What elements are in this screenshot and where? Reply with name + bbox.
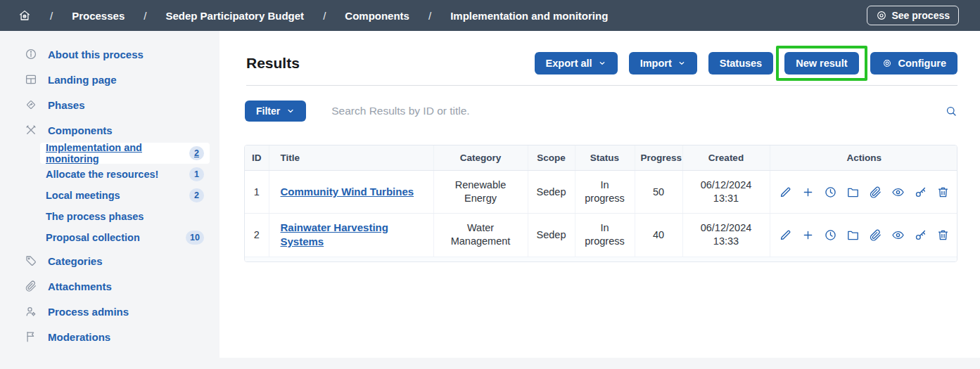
see-process-label: See process xyxy=(892,10,950,21)
sidebar-item-label: Phases xyxy=(48,99,85,111)
search-icon[interactable] xyxy=(945,105,957,117)
history-icon[interactable] xyxy=(824,228,837,242)
filter-label: Filter xyxy=(256,105,280,117)
history-icon[interactable] xyxy=(824,186,837,199)
sidebar-item-phases[interactable]: Phases xyxy=(0,92,219,117)
export-all-label: Export all xyxy=(546,58,592,69)
sidebar-subitem-the-process-phases[interactable]: The process phases xyxy=(40,206,210,227)
highlight-box: New result xyxy=(776,46,867,81)
search-input[interactable] xyxy=(331,105,945,117)
sidebar-item-components[interactable]: Components xyxy=(0,117,219,143)
cell-id: 1 xyxy=(245,171,269,214)
result-title-link[interactable]: Community Wind Turbines xyxy=(281,185,414,199)
tag-icon xyxy=(25,254,37,267)
preview-icon[interactable] xyxy=(891,228,905,242)
sidebar-item-label: Landing page xyxy=(48,74,117,86)
table-row: 1 Community Wind Turbines Renewable Ener… xyxy=(245,171,957,214)
cell-category: Water Management xyxy=(433,214,528,257)
sidebar-item-label: Components xyxy=(48,124,113,136)
see-process-button[interactable]: See process xyxy=(867,6,960,25)
import-label: Import xyxy=(640,58,672,69)
edit-icon[interactable] xyxy=(779,228,792,242)
edit-icon[interactable] xyxy=(779,186,792,199)
sidebar-subitem-label: The process phases xyxy=(46,211,144,222)
statuses-button[interactable]: Statuses xyxy=(708,52,773,75)
folder-icon[interactable] xyxy=(846,186,860,199)
sidebar-subitem-label: Implementation and monitoring xyxy=(46,142,189,164)
cell-status: In progress xyxy=(583,179,627,205)
cell-scope: Sedep xyxy=(528,171,575,214)
delete-icon[interactable] xyxy=(936,228,950,242)
paperclip-icon xyxy=(25,280,37,292)
chevron-down-icon xyxy=(598,59,606,67)
sidebar-item-landing-page[interactable]: Landing page xyxy=(0,67,219,92)
breadcrumb-separator: / xyxy=(50,10,53,22)
add-icon[interactable] xyxy=(801,228,815,242)
sidebar-item-label: About this process xyxy=(48,48,144,60)
delete-icon[interactable] xyxy=(936,186,950,199)
breadcrumb-separator: / xyxy=(323,10,326,22)
permissions-icon[interactable] xyxy=(914,186,927,199)
count-badge: 10 xyxy=(186,231,204,245)
statuses-label: Statuses xyxy=(720,58,762,69)
header-divider xyxy=(246,85,957,86)
sidebar-subitem-label: Proposal collection xyxy=(46,232,140,243)
breadcrumb-process-name[interactable]: Sedep Participatory Budget xyxy=(165,10,304,22)
sidebar-item-label: Attachments xyxy=(48,280,112,292)
breadcrumb-processes[interactable]: Processes xyxy=(72,10,125,22)
sidebar-item-attachments[interactable]: Attachments xyxy=(0,273,219,299)
row-actions xyxy=(776,186,953,199)
user-gear-icon xyxy=(25,305,37,318)
table-row: 2 Rainwater Harvesting Systems Water Man… xyxy=(245,214,957,257)
export-all-button[interactable]: Export all xyxy=(535,52,618,75)
header-created: Created xyxy=(682,145,770,171)
tools-icon xyxy=(25,124,37,136)
sidebar-subitem-local-meetings[interactable]: Local meetings 2 xyxy=(40,185,210,206)
sidebar-subitem-allocate-the-resources[interactable]: Allocate the resources! 1 xyxy=(40,164,210,185)
filter-search-row: Filter xyxy=(245,101,957,122)
permissions-icon[interactable] xyxy=(914,228,927,242)
import-button[interactable]: Import xyxy=(629,52,697,75)
row-actions xyxy=(776,228,953,242)
sidebar-item-label: Process admins xyxy=(48,306,129,318)
sidebar-subitem-implementation-and-monitoring[interactable]: Implementation and monitoring 2 xyxy=(40,143,210,164)
chevron-down-icon xyxy=(677,59,686,67)
layout-icon xyxy=(25,73,37,86)
sidebar-item-process-admins[interactable]: Process admins xyxy=(0,299,219,324)
cell-created: 06/12/2024 13:31 xyxy=(682,171,770,214)
info-icon xyxy=(25,48,37,60)
breadcrumb-separator: / xyxy=(428,10,431,22)
breadcrumb-current-component[interactable]: Implementation and monitoring xyxy=(450,10,608,22)
sidebar-subitem-label: Local meetings xyxy=(46,190,120,201)
sidebar-item-about[interactable]: About this process xyxy=(0,41,219,67)
cell-id: 2 xyxy=(245,214,269,257)
sidebar: About this process Landing page Phases C… xyxy=(0,31,219,369)
results-table: ID Title Category Scope Status Progress … xyxy=(244,145,957,262)
sidebar-item-label: Categories xyxy=(48,255,103,267)
attachments-icon[interactable] xyxy=(869,186,882,199)
header-progress: Progress xyxy=(635,145,682,171)
header-actions: Actions xyxy=(770,145,957,171)
home-icon[interactable] xyxy=(18,9,31,22)
gear-icon xyxy=(882,58,893,69)
attachments-icon[interactable] xyxy=(869,228,882,242)
count-badge: 2 xyxy=(189,146,204,160)
cell-progress: 40 xyxy=(635,214,682,257)
new-result-label: New result xyxy=(796,58,847,69)
configure-button[interactable]: Configure xyxy=(870,52,957,75)
sidebar-subitem-proposal-collection[interactable]: Proposal collection 10 xyxy=(40,227,210,248)
filter-button[interactable]: Filter xyxy=(245,101,306,122)
cell-scope: Sedep xyxy=(528,214,575,257)
page-title: Results xyxy=(246,55,300,72)
sidebar-item-categories[interactable]: Categories xyxy=(0,248,219,273)
flag-icon xyxy=(25,330,37,343)
sidebar-item-label: Moderations xyxy=(48,331,110,343)
new-result-button[interactable]: New result xyxy=(784,52,858,75)
breadcrumb-components[interactable]: Components xyxy=(345,10,409,22)
preview-icon[interactable] xyxy=(891,186,905,199)
result-title-link[interactable]: Rainwater Harvesting Systems xyxy=(281,221,428,250)
folder-icon[interactable] xyxy=(846,228,860,242)
add-icon[interactable] xyxy=(801,186,815,199)
table-footer-strip xyxy=(245,257,957,261)
sidebar-item-moderations[interactable]: Moderations xyxy=(0,324,219,349)
